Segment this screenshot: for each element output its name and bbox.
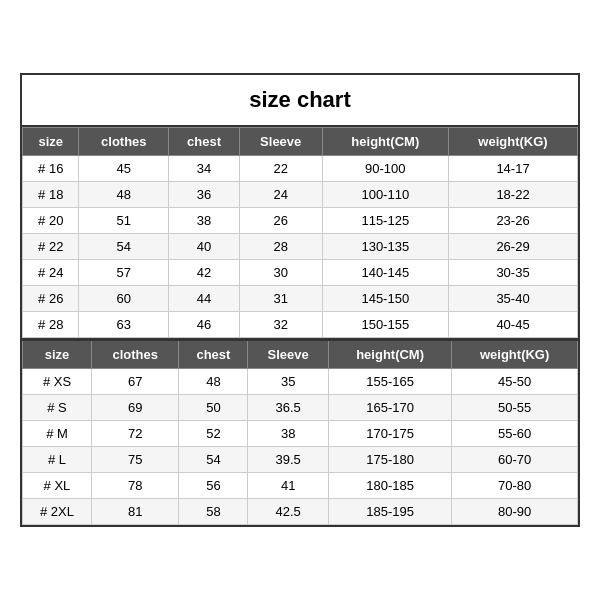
table-cell: 41	[248, 473, 329, 499]
table-row: # 26604431145-15035-40	[23, 286, 578, 312]
table-cell: 72	[91, 421, 178, 447]
table-cell: # XS	[23, 369, 92, 395]
table-cell: 48	[179, 369, 248, 395]
table-cell: # 20	[23, 208, 79, 234]
table-cell: # L	[23, 447, 92, 473]
table-cell: 42.5	[248, 499, 329, 525]
table-cell: # 2XL	[23, 499, 92, 525]
table-cell: 185-195	[328, 499, 451, 525]
table-row: # 2XL815842.5185-19580-90	[23, 499, 578, 525]
table-cell: 38	[248, 421, 329, 447]
table-cell: 42	[169, 260, 240, 286]
table-cell: 81	[91, 499, 178, 525]
size-chart-container: size chart size clothes chest Sleeve hei…	[20, 73, 580, 527]
col-header-chest-2: chest	[179, 340, 248, 369]
table-cell: # 26	[23, 286, 79, 312]
table-cell: # M	[23, 421, 92, 447]
table-cell: 51	[79, 208, 169, 234]
table-cell: 175-180	[328, 447, 451, 473]
table-cell: 48	[79, 182, 169, 208]
table-cell: 32	[239, 312, 322, 338]
table-cell: 100-110	[322, 182, 449, 208]
table-cell: 155-165	[328, 369, 451, 395]
table-cell: 130-135	[322, 234, 449, 260]
table-cell: 80-90	[452, 499, 578, 525]
table-cell: 45	[79, 156, 169, 182]
col-header-weight-1: weight(KG)	[449, 128, 578, 156]
table-cell: 55-60	[452, 421, 578, 447]
table-cell: 26-29	[449, 234, 578, 260]
table-cell: 165-170	[328, 395, 451, 421]
table-cell: 52	[179, 421, 248, 447]
table-cell: 24	[239, 182, 322, 208]
table-cell: 63	[79, 312, 169, 338]
table-cell: 69	[91, 395, 178, 421]
table-cell: 145-150	[322, 286, 449, 312]
table-cell: 58	[179, 499, 248, 525]
table-cell: 44	[169, 286, 240, 312]
table-cell: 46	[169, 312, 240, 338]
table-cell: 31	[239, 286, 322, 312]
table-cell: 50	[179, 395, 248, 421]
table-row: # 28634632150-15540-45	[23, 312, 578, 338]
table-cell: 35-40	[449, 286, 578, 312]
table-cell: 54	[79, 234, 169, 260]
table-row: # 20513826115-12523-26	[23, 208, 578, 234]
table-cell: 36.5	[248, 395, 329, 421]
table-cell: # 16	[23, 156, 79, 182]
table-cell: 180-185	[328, 473, 451, 499]
table-cell: 115-125	[322, 208, 449, 234]
table-cell: 22	[239, 156, 322, 182]
table-cell: 34	[169, 156, 240, 182]
table-row: # 18483624100-11018-22	[23, 182, 578, 208]
table-cell: 78	[91, 473, 178, 499]
table-cell: 14-17	[449, 156, 578, 182]
table-cell: 90-100	[322, 156, 449, 182]
table-row: # M725238170-17555-60	[23, 421, 578, 447]
table-cell: 23-26	[449, 208, 578, 234]
table-row: # 1645342290-10014-17	[23, 156, 578, 182]
table-cell: # 18	[23, 182, 79, 208]
table-cell: 40	[169, 234, 240, 260]
table-cell: 30-35	[449, 260, 578, 286]
col-header-height-2: height(CM)	[328, 340, 451, 369]
col-header-height-1: height(CM)	[322, 128, 449, 156]
table-cell: 60	[79, 286, 169, 312]
table-cell: 26	[239, 208, 322, 234]
table-cell: 54	[179, 447, 248, 473]
chart-title: size chart	[22, 75, 578, 127]
table-cell: # 24	[23, 260, 79, 286]
table-cell: 67	[91, 369, 178, 395]
col-header-clothes-2: clothes	[91, 340, 178, 369]
table-cell: 150-155	[322, 312, 449, 338]
table-cell: 60-70	[452, 447, 578, 473]
table-cell: 28	[239, 234, 322, 260]
table-cell: 170-175	[328, 421, 451, 447]
size-table-1: size clothes chest Sleeve height(CM) wei…	[22, 127, 578, 338]
col-header-chest-1: chest	[169, 128, 240, 156]
table-cell: 39.5	[248, 447, 329, 473]
col-header-sleeve-2: Sleeve	[248, 340, 329, 369]
table-cell: 70-80	[452, 473, 578, 499]
table-cell: 35	[248, 369, 329, 395]
table-cell: 30	[239, 260, 322, 286]
col-header-clothes-1: clothes	[79, 128, 169, 156]
table-cell: 140-145	[322, 260, 449, 286]
table-cell: 40-45	[449, 312, 578, 338]
col-header-weight-2: weight(KG)	[452, 340, 578, 369]
col-header-sleeve-1: Sleeve	[239, 128, 322, 156]
table-cell: 57	[79, 260, 169, 286]
table-row: # 24574230140-14530-35	[23, 260, 578, 286]
table-cell: # 22	[23, 234, 79, 260]
col-header-size-2: size	[23, 340, 92, 369]
table-row: # S695036.5165-17050-55	[23, 395, 578, 421]
table-cell: 75	[91, 447, 178, 473]
table-cell: 56	[179, 473, 248, 499]
table-row: # L755439.5175-18060-70	[23, 447, 578, 473]
table-row: # 22544028130-13526-29	[23, 234, 578, 260]
table-row: # XS674835155-16545-50	[23, 369, 578, 395]
table-cell: # XL	[23, 473, 92, 499]
col-header-size-1: size	[23, 128, 79, 156]
table-cell: 36	[169, 182, 240, 208]
table-cell: 38	[169, 208, 240, 234]
